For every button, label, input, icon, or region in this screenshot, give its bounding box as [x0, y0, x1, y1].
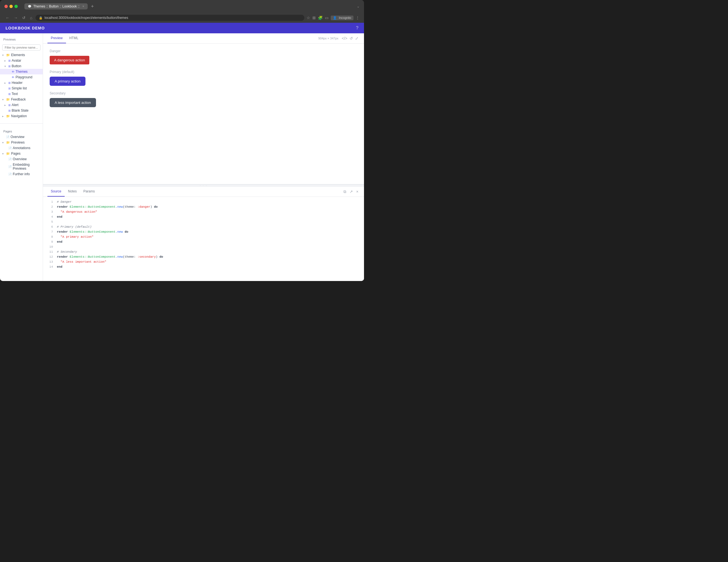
- preview-section-danger: Danger A dangerous action: [50, 49, 357, 64]
- close-source-button[interactable]: ×: [355, 188, 360, 195]
- address-bar[interactable]: 🔒 localhost:3000/lookbook/inspect/elemen…: [36, 15, 304, 21]
- sidebar-page-embedding-previews[interactable]: 📄 Embedding Previews: [0, 162, 43, 171]
- code-view-button[interactable]: </>: [341, 35, 348, 42]
- preview-content: Danger A dangerous action Primary (defau…: [43, 44, 364, 184]
- back-button[interactable]: ←: [4, 14, 11, 21]
- sidebar-item-navigation-label: Navigation: [11, 114, 27, 118]
- sidebar-item-playground-label: Playground: [16, 75, 32, 79]
- sidebar-page-overview[interactable]: 📄 Overview: [0, 134, 43, 140]
- nav-bar: ← → ↺ ⌂ 🔒 localhost:3000/lookbook/inspec…: [0, 13, 364, 23]
- layers-icon-simplelist: ⊞: [8, 87, 11, 90]
- sidebar-item-button[interactable]: ▾ ⊞ Button: [0, 63, 43, 69]
- folder-icon-feedback: 📁: [6, 98, 10, 101]
- window-controls: ⌄: [357, 4, 360, 8]
- sidebar-item-avatar[interactable]: ▸ ⊞ Avatar: [0, 58, 43, 63]
- sidebar-item-alert[interactable]: ▸ ⊞ Alert: [0, 102, 43, 108]
- minimize-traffic-light[interactable]: [9, 5, 13, 8]
- preview-section-danger-label: Danger: [50, 49, 357, 53]
- open-source-button[interactable]: ↗: [348, 188, 354, 195]
- sidebar-page-overview-label: Overview: [11, 135, 24, 139]
- page-icon-embedding: 📄: [8, 165, 12, 168]
- home-button[interactable]: ⌂: [29, 14, 33, 21]
- chevron-down-icon-pages: ▾: [2, 152, 5, 155]
- layers-icon: ⊞: [8, 59, 11, 62]
- sidebar-pages-section: Pages 📄 Overview ▾ 📁 Previews 📄: [0, 125, 43, 180]
- star-icon[interactable]: ☆: [307, 16, 310, 20]
- tab-favicon: 💬: [28, 5, 32, 8]
- maximize-traffic-light[interactable]: [14, 5, 18, 8]
- resize-handle[interactable]: · · ·: [43, 184, 364, 186]
- sidebar-page-pages[interactable]: ▾ 📁 Pages: [0, 151, 43, 156]
- code-line-10: 10: [43, 245, 364, 250]
- title-bar: 💬 Themes :: Button :: Lookbook :: × + ⌄: [0, 0, 364, 13]
- preview-section-secondary: Secondary A less important action: [50, 91, 357, 107]
- tab-params[interactable]: Params: [80, 186, 98, 196]
- sidebar-page-pages-overview-label: Overview: [13, 157, 27, 161]
- tab-html[interactable]: HTML: [66, 33, 82, 43]
- new-tab-button[interactable]: +: [90, 4, 95, 9]
- extension-icon[interactable]: ⊞: [312, 16, 316, 20]
- preview-panel: Preview HTML 904px × 347px </> ↺ ⤢ Dange…: [43, 33, 364, 184]
- code-line-2: 2 render Elements::ButtonComponent.new(t…: [43, 205, 364, 210]
- preview-section-secondary-label: Secondary: [50, 91, 357, 95]
- sidebar-item-navigation[interactable]: ▸ 📁 Navigation: [0, 113, 43, 119]
- close-traffic-light[interactable]: [4, 5, 8, 8]
- layers-icon-text: ⊞: [8, 92, 11, 95]
- menu-icon[interactable]: ⋮: [356, 16, 360, 20]
- danger-button[interactable]: A dangerous action: [50, 56, 89, 64]
- sidebar-item-themes[interactable]: 👁 Themes: [0, 69, 43, 74]
- sidebar-item-simple-list[interactable]: ⊞ Simple list: [0, 85, 43, 91]
- sidebar-item-feedback[interactable]: ▾ 📁 Feedback: [0, 97, 43, 102]
- tab-close-btn[interactable]: ×: [82, 4, 84, 8]
- tab-preview[interactable]: Preview: [47, 33, 66, 43]
- sidebar-item-blank-slate[interactable]: ⊞ Blank Slate: [0, 108, 43, 113]
- help-icon[interactable]: ?: [356, 26, 358, 31]
- sidebar-page-pages-overview[interactable]: 📄 Overview: [0, 156, 43, 162]
- content-area: Preview HTML 904px × 347px </> ↺ ⤢ Dange…: [43, 33, 364, 281]
- reload-button[interactable]: ↺: [21, 14, 27, 21]
- code-line-11: 11 # Secondary: [43, 250, 364, 255]
- sidebar-previews-label: Previews: [0, 36, 43, 43]
- sidebar-item-text[interactable]: ⊞ Text: [0, 91, 43, 97]
- sidebar-page-further-info[interactable]: 📄 Further info: [0, 171, 43, 177]
- copy-source-button[interactable]: ⧉: [342, 188, 347, 195]
- secondary-button[interactable]: A less important action: [50, 98, 96, 107]
- layers-icon-blankslate: ⊞: [8, 109, 11, 112]
- sidebar: Previews ▾ 📁 Elements ▸ ⊞ Avatar ▾: [0, 33, 43, 281]
- sidebar-page-previews[interactable]: ▾ 📁 Previews: [0, 140, 43, 145]
- incognito-avatar: 👤: [333, 16, 337, 19]
- sidebar-page-annotations[interactable]: 📄 Annotations: [0, 145, 43, 151]
- preview-tabs: Preview HTML 904px × 347px </> ↺ ⤢: [43, 33, 364, 44]
- sidebar-item-elements[interactable]: ▾ 📁 Elements: [0, 52, 43, 58]
- sidebar-previews-section: Previews ▾ 📁 Elements ▸ ⊞ Avatar ▾: [0, 33, 43, 122]
- folder-icon: 📁: [6, 53, 10, 57]
- source-tabs: Source Notes Params ⧉ ↗ ×: [43, 186, 364, 197]
- sidebar-item-playground[interactable]: 👁 Playground: [0, 74, 43, 80]
- active-tab[interactable]: 💬 Themes :: Button :: Lookbook :: ×: [24, 3, 88, 9]
- code-line-4: 4 end: [43, 215, 364, 220]
- sidebar-item-header[interactable]: ▸ ⊞ Header: [0, 80, 43, 85]
- puzzle-icon[interactable]: 🧩: [318, 16, 323, 20]
- tab-notes[interactable]: Notes: [65, 186, 80, 196]
- page-icon-pages-overview: 📄: [8, 158, 12, 161]
- chevron-down-icon: ▾: [2, 54, 5, 57]
- app: LOOKBOOK DEMO ? Previews ▾ 📁 Elements ▸: [0, 23, 364, 281]
- primary-button[interactable]: A primary action: [50, 77, 85, 86]
- sidebar-item-simple-list-label: Simple list: [12, 86, 27, 90]
- folder-icon-navigation: 📁: [6, 114, 10, 118]
- chevron-right-icon-nav: ▸: [2, 115, 5, 118]
- eye-icon-themes: 👁: [12, 70, 14, 73]
- layers-icon-header: ⊞: [8, 81, 11, 84]
- code-line-8: 8 "A primary action": [43, 235, 364, 240]
- sidebar-page-further-info-label: Further info: [13, 172, 30, 176]
- refresh-button[interactable]: ↺: [348, 35, 354, 42]
- code-line-14: 14 end: [43, 265, 364, 270]
- chevron-down-icon-feedback: ▾: [2, 98, 5, 101]
- page-icon-overview: 📄: [6, 135, 9, 138]
- forward-button[interactable]: →: [13, 14, 19, 21]
- code-line-7: 7 render Elements::ButtonComponent.new d…: [43, 230, 364, 235]
- sidebar-toggle-icon[interactable]: ▭: [325, 16, 328, 20]
- tab-source[interactable]: Source: [47, 186, 65, 196]
- filter-input[interactable]: [2, 44, 41, 51]
- open-external-button[interactable]: ⤢: [354, 35, 360, 42]
